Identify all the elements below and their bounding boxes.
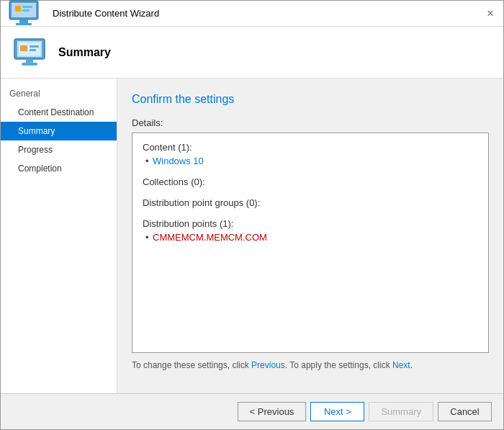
svg-rect-5 xyxy=(22,6,32,8)
content-item-windows10: Windows 10 xyxy=(143,156,478,166)
svg-rect-10 xyxy=(26,59,33,63)
sidebar-item-content-destination[interactable]: Content Destination xyxy=(1,103,117,122)
content-section-title: Content (1): xyxy=(143,142,478,153)
footer-previous-link[interactable]: Previous xyxy=(251,360,285,370)
svg-rect-6 xyxy=(22,9,30,12)
next-button[interactable]: Next > xyxy=(310,402,364,421)
summary-button[interactable]: Summary xyxy=(369,402,433,421)
dist-points-section-title: Distribution points (1): xyxy=(143,218,478,229)
cancel-button[interactable]: Cancel xyxy=(438,402,492,421)
wizard-window: Distribute Content Wizard × Summary xyxy=(0,0,504,430)
footer-text: To change these settings, click Previous… xyxy=(132,360,489,370)
close-button[interactable]: × xyxy=(483,6,498,21)
wizard-header-title: Summary xyxy=(58,46,111,59)
svg-rect-2 xyxy=(19,19,28,23)
sidebar-item-progress[interactable]: Progress xyxy=(1,140,117,159)
panel-title: Confirm the settings xyxy=(132,93,489,106)
sidebar: General Content Destination Summary Prog… xyxy=(1,79,117,393)
svg-rect-11 xyxy=(22,63,37,66)
title-bar: Distribute Content Wizard × xyxy=(1,1,503,27)
title-bar-text: Distribute Content Wizard xyxy=(53,8,483,19)
collections-section: Collections (0): xyxy=(143,176,478,187)
dist-groups-section-title: Distribution point groups (0): xyxy=(143,197,478,208)
main-panel: Confirm the settings Details: Content (1… xyxy=(117,79,503,393)
content-section: Content (1): Windows 10 xyxy=(143,142,478,166)
dist-point-item-cmmemcm: CMMEMCM.MEMCM.COM xyxy=(143,232,478,243)
svg-rect-12 xyxy=(20,45,27,51)
sidebar-item-general[interactable]: General xyxy=(1,84,117,103)
details-box: Content (1): Windows 10 Collections (0):… xyxy=(132,133,489,353)
dist-points-section: Distribution points (1): CMMEMCM.MEMCM.C… xyxy=(143,218,478,243)
header-icon xyxy=(12,35,47,70)
wizard-header: Summary xyxy=(1,27,503,79)
collections-section-title: Collections (0): xyxy=(143,176,478,187)
sidebar-item-completion[interactable]: Completion xyxy=(1,159,117,178)
svg-rect-14 xyxy=(30,49,36,51)
button-bar: < Previous Next > Summary Cancel xyxy=(1,393,503,429)
details-label: Details: xyxy=(132,117,489,128)
previous-button[interactable]: < Previous xyxy=(238,402,307,421)
main-layout: General Content Destination Summary Prog… xyxy=(1,79,503,393)
sidebar-item-summary[interactable]: Summary xyxy=(1,122,117,140)
svg-rect-4 xyxy=(15,6,21,12)
dist-groups-section: Distribution point groups (0): xyxy=(143,197,478,208)
footer-next-link[interactable]: Next xyxy=(392,360,410,370)
svg-rect-13 xyxy=(30,45,39,48)
svg-rect-3 xyxy=(16,23,32,25)
